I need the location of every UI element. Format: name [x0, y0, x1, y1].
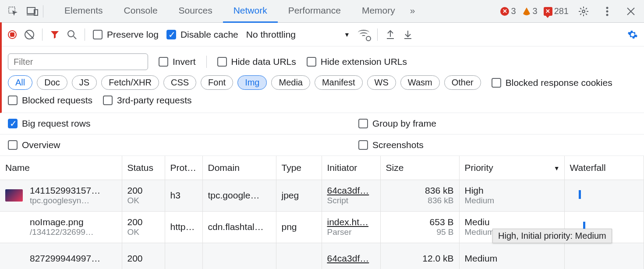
- pill-ws[interactable]: WS: [367, 75, 396, 90]
- tab-performance[interactable]: Performance: [278, 0, 351, 23]
- blocked-requests-input[interactable]: [8, 96, 18, 105]
- disable-cache-input[interactable]: [166, 30, 176, 39]
- cell-size: 653 B: [430, 217, 454, 227]
- network-settings-icon[interactable]: [627, 29, 638, 40]
- cell-domain: tpc.google…: [202, 180, 276, 211]
- cell-waterfall: [564, 243, 644, 269]
- tab-network[interactable]: Network: [223, 0, 278, 23]
- cell-name: noImage.png: [30, 217, 84, 227]
- overview-checkbox[interactable]: Overview: [8, 140, 332, 150]
- table-row[interactable]: 141152993157…tpc.googlesyn… 200OK h3 tpc…: [0, 180, 644, 211]
- message-count[interactable]: ✕ 281: [544, 6, 569, 16]
- pill-other[interactable]: Other: [444, 75, 481, 90]
- pill-manifest[interactable]: Manifest: [315, 75, 363, 90]
- device-toolbar-icon[interactable]: [24, 3, 41, 20]
- tab-sources[interactable]: Sources: [168, 0, 223, 23]
- filter-icon[interactable]: [50, 30, 59, 39]
- hide-dataurls-checkbox[interactable]: Hide data URLs: [217, 57, 296, 67]
- warning-count[interactable]: 3: [522, 6, 538, 16]
- chevron-down-icon: ▼: [344, 31, 350, 38]
- pill-font[interactable]: Font: [201, 75, 233, 90]
- group-frame-checkbox[interactable]: Group by frame: [358, 118, 636, 129]
- col-priority[interactable]: Priority▼: [459, 156, 564, 180]
- pill-css[interactable]: CSS: [163, 75, 196, 90]
- third-party-input[interactable]: [103, 96, 113, 105]
- error-count[interactable]: ✕ 3: [500, 6, 516, 16]
- col-type[interactable]: Type: [276, 156, 322, 180]
- cell-name: 827299944997…: [30, 253, 100, 263]
- clear-button[interactable]: [25, 30, 34, 39]
- hide-dataurls-input[interactable]: [217, 57, 227, 67]
- pill-fetchxhr[interactable]: Fetch/XHR: [101, 75, 159, 90]
- settings-icon[interactable]: [575, 3, 592, 20]
- inspect-icon[interactable]: [4, 3, 22, 20]
- col-initiator[interactable]: Initiator: [322, 156, 380, 180]
- group-frame-label: Group by frame: [372, 118, 436, 129]
- pill-wasm[interactable]: Wasm: [400, 75, 440, 90]
- third-party-checkbox[interactable]: 3rd-party requests: [103, 95, 191, 106]
- big-rows-input[interactable]: [8, 119, 18, 128]
- record-button[interactable]: [8, 30, 17, 39]
- hide-exturls-checkbox[interactable]: Hide extension URLs: [307, 57, 407, 67]
- svg-point-6: [606, 10, 609, 12]
- tab-console[interactable]: Console: [113, 0, 168, 23]
- download-har-icon[interactable]: [403, 30, 413, 39]
- blocked-requests-label: Blocked requests: [22, 95, 92, 106]
- cell-initiator-sub: Script: [327, 196, 375, 205]
- upload-har-icon[interactable]: [386, 30, 395, 39]
- hide-exturls-label: Hide extension URLs: [321, 57, 407, 67]
- col-protocol[interactable]: Prot…: [165, 156, 202, 180]
- screenshots-checkbox[interactable]: Screenshots: [358, 140, 636, 150]
- col-name[interactable]: Name: [0, 156, 122, 180]
- cell-waterfall: [564, 180, 644, 211]
- col-status[interactable]: Status: [122, 156, 165, 180]
- cell-size: 836 kB: [425, 185, 453, 195]
- big-rows-checkbox[interactable]: Big request rows: [8, 118, 332, 129]
- divider: [206, 56, 207, 68]
- blocked-cookies-checkbox[interactable]: Blocked response cookies: [492, 78, 612, 88]
- disable-cache-checkbox[interactable]: Disable cache: [166, 29, 238, 40]
- pill-all[interactable]: All: [8, 75, 32, 90]
- col-waterfall[interactable]: Waterfall: [564, 156, 644, 180]
- pill-doc[interactable]: Doc: [37, 75, 67, 90]
- throttling-select[interactable]: No throttling ▼: [246, 29, 350, 40]
- filter-input[interactable]: [8, 53, 148, 70]
- cell-waterfall: [564, 211, 644, 243]
- invert-input[interactable]: [159, 57, 168, 67]
- kebab-menu-icon[interactable]: [598, 3, 616, 20]
- tab-memory[interactable]: Memory: [351, 0, 406, 23]
- network-conditions-icon[interactable]: [358, 30, 369, 39]
- more-tabs-icon[interactable]: »: [406, 0, 420, 23]
- overview-input[interactable]: [8, 140, 18, 150]
- pill-media[interactable]: Media: [271, 75, 310, 90]
- blocked-cookies-label: Blocked response cookies: [506, 78, 612, 88]
- blocked-cookies-input[interactable]: [492, 78, 501, 88]
- invert-checkbox[interactable]: Invert: [159, 57, 196, 67]
- col-domain[interactable]: Domain: [202, 156, 276, 180]
- search-icon[interactable]: [67, 30, 77, 39]
- error-count-value: 3: [511, 6, 516, 16]
- cell-type: [276, 243, 322, 269]
- tab-elements[interactable]: Elements: [54, 0, 113, 23]
- preserve-log-input[interactable]: [93, 30, 103, 39]
- cell-status: 200: [127, 253, 143, 263]
- screenshots-input[interactable]: [358, 140, 368, 150]
- cell-initiator[interactable]: 64ca3df…: [327, 185, 369, 195]
- cell-name-sub: /134122/32699…: [30, 227, 94, 237]
- col-size[interactable]: Size: [380, 156, 459, 180]
- blocked-requests-checkbox[interactable]: Blocked requests: [8, 95, 92, 106]
- hide-exturls-input[interactable]: [307, 57, 316, 67]
- cell-initiator[interactable]: 64ca3df…: [327, 253, 369, 263]
- cell-initiator-sub: Parser: [327, 227, 375, 237]
- pill-js[interactable]: JS: [72, 75, 97, 90]
- group-frame-input[interactable]: [358, 119, 368, 128]
- options-row-2: Overview Screenshots: [0, 134, 644, 156]
- cell-initiator[interactable]: index.ht…: [327, 217, 369, 227]
- pill-img[interactable]: Img: [237, 75, 267, 90]
- table-row[interactable]: noImage.png/134122/32699… 200OK http… cd…: [0, 211, 644, 243]
- options-row-1: Big request rows Group by frame: [0, 113, 644, 134]
- table-row[interactable]: 827299944997… 200 64ca3df… 12.0 kB Mediu…: [0, 243, 644, 269]
- cell-status-sub: OK: [127, 196, 159, 205]
- close-icon[interactable]: [622, 3, 640, 20]
- preserve-log-checkbox[interactable]: Preserve log: [93, 29, 159, 40]
